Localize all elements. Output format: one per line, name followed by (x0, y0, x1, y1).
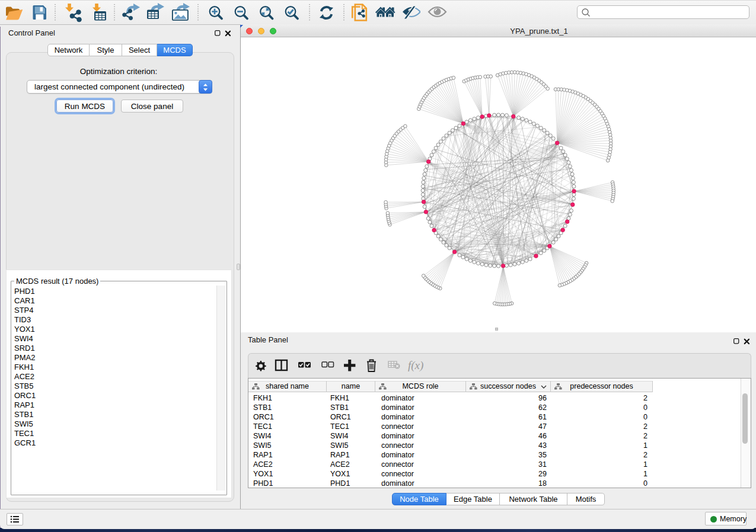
svg-text:f(x): f(x) (408, 359, 423, 372)
